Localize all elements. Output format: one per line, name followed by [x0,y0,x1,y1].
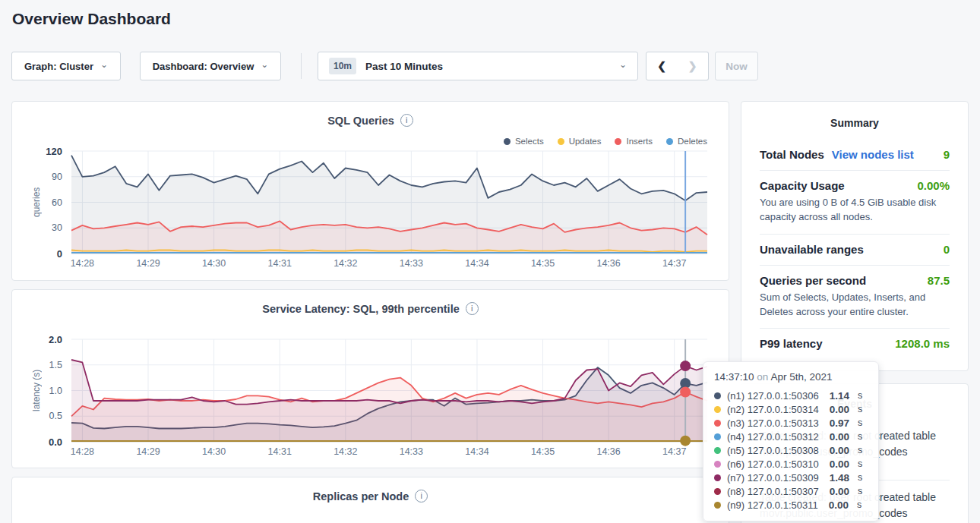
legend-item-inserts[interactable]: Inserts [615,137,653,146]
x-tick-label: 14:31 [268,446,292,457]
node-color-dot [714,406,721,413]
time-next-button[interactable]: ❯ [677,52,709,80]
summary-qps-section: Queries per second 87.5 Sum of Selects, … [760,265,950,329]
node-latency-value: 1.14 [830,390,849,402]
node-color-dot [714,447,721,454]
sql-queries-chart-card: SQL Queries i SelectsUpdatesInsertsDelet… [11,101,729,281]
chart-hover-tooltip: 14:37:10 on Apr 5th, 2021 (n1) 127.0.0.1… [703,361,879,521]
now-button[interactable]: Now [715,52,758,80]
legend-label: Inserts [626,137,653,146]
legend-item-deletes[interactable]: Deletes [666,137,707,146]
info-icon[interactable]: i [400,114,413,127]
chevron-right-icon: ❯ [688,60,697,72]
x-tick-label: 14:30 [202,446,226,457]
unavailable-ranges-label: Unavailable ranges [760,243,864,256]
x-tick-label: 14:36 [596,258,620,269]
time-prev-button[interactable]: ❮ [646,52,678,80]
y-axis-ticks: 0306090120 [12,151,62,254]
node-latency-value: 0.00 [830,445,849,456]
time-range-badge: 10m [329,58,356,74]
x-tick-label: 14:34 [465,446,488,457]
dashboard-dropdown[interactable]: Dashboard: Overview ⌄ [140,52,281,80]
node-latency-value: 0.00 [830,404,849,415]
x-tick-label: 14:35 [531,446,555,457]
chart-plot-area[interactable] [71,151,707,254]
summary-total-nodes-section: Total Nodes View nodes list 9 [760,140,950,170]
x-tick-label: 14:28 [71,446,94,457]
chart-title: SQL Queries [327,115,394,127]
info-icon[interactable]: i [466,302,479,315]
node-address: (n9) 127.0.0.1:50311 [727,499,818,511]
node-color-dot [714,474,721,481]
legend-item-selects[interactable]: Selects [504,137,544,146]
latency-unit: s [858,431,862,442]
y-tick-label: 0.5 [49,411,62,421]
summary-unavailable-ranges-section: Unavailable ranges 0 [760,234,950,265]
chart-plot-area[interactable] [71,339,707,442]
y-tick-label: 2.0 [49,334,62,345]
p99-latency-label: P99 latency [760,337,823,350]
summary-p99-section: P99 latency 1208.0 ms [760,328,950,359]
controls-divider [301,53,302,79]
capacity-usage-label: Capacity Usage [760,179,845,192]
chevron-down-icon: ⌄ [619,59,627,70]
tooltip-time: 14:37:10 [714,371,754,383]
node-address: (n5) 127.0.0.1:50308 [727,445,819,456]
node-latency-value: 0.97 [830,417,849,429]
node-address: (n6) 127.0.0.1:50310 [727,458,819,470]
x-tick-label: 14:34 [465,258,488,269]
node-latency-value: 0.00 [830,458,849,470]
y-tick-label: 1.0 [49,386,62,396]
tooltip-node-row: (n4) 127.0.0.1:503120.00s [714,430,868,443]
node-address: (n2) 127.0.0.1:50314 [727,404,819,415]
y-tick-label: 30 [52,222,62,233]
latency-unit: s [858,458,862,469]
x-tick-label: 14:35 [531,258,555,269]
service-latency-chart-card: Service Latency: SQL, 99th percentile i … [11,289,729,468]
total-nodes-label: Total Nodes [760,148,824,161]
graph-dropdown-label: Graph: Cluster [24,61,93,72]
legend-label: Selects [515,137,544,146]
chart-title: Replicas per Node [313,490,409,503]
time-range-label: Past 10 Minutes [365,61,443,72]
node-color-dot [714,433,721,440]
x-tick-label: 14:28 [71,258,94,269]
tooltip-node-row: (n5) 127.0.0.1:503080.00s [714,443,868,457]
latency-unit: s [858,445,862,455]
view-nodes-list-link[interactable]: View nodes list [832,148,914,161]
p99-latency-value: 1208.0 ms [895,337,950,350]
graph-dropdown[interactable]: Graph: Cluster ⌄ [11,52,121,80]
y-tick-label: 120 [46,146,62,157]
x-tick-label: 14:37 [662,446,686,457]
chart-legend: SelectsUpdatesInsertsDeletes [504,137,707,146]
qps-description: Sum of Selects, Updates, Inserts, and De… [760,287,950,320]
node-latency-value: 0.00 [829,499,849,511]
overview-dashboard-page: { "page": { "title": "Overview Dashboard… [0,0,980,523]
node-address: (n1) 127.0.0.1:50306 [727,390,819,402]
y-axis-ticks: 0.00.51.01.52.0 [12,339,62,442]
tooltip-node-row: (n6) 127.0.0.1:503100.00s [714,457,868,471]
info-icon[interactable]: i [415,490,428,503]
node-address: (n3) 127.0.0.1:50313 [727,417,819,429]
node-latency-value: 0.00 [830,486,849,497]
x-tick-label: 14:33 [400,258,423,269]
chevron-down-icon: ⌄ [261,59,268,70]
summary-panel: Summary Total Nodes View nodes list 9 Ca… [741,101,969,371]
x-tick-label: 14:32 [334,446,357,457]
x-tick-label: 14:30 [202,258,226,269]
total-nodes-value: 9 [944,148,950,161]
node-address: (n7) 127.0.0.1:50309 [727,472,819,484]
unavailable-ranges-value: 0 [944,243,950,256]
legend-dot [666,138,673,145]
x-tick-label: 14:29 [136,446,160,457]
node-color-dot [714,420,721,427]
node-color-dot [714,392,721,399]
x-tick-label: 14:37 [662,258,686,269]
time-range-picker[interactable]: 10m Past 10 Minutes ⌄ [318,52,638,80]
legend-item-updates[interactable]: Updates [558,137,602,146]
y-tick-label: 1.5 [49,360,62,370]
tooltip-node-row: (n3) 127.0.0.1:503130.97s [714,416,868,430]
queries-per-second-value: 87.5 [928,274,950,287]
now-button-label: Now [726,61,748,72]
y-tick-label: 0.0 [49,436,62,448]
